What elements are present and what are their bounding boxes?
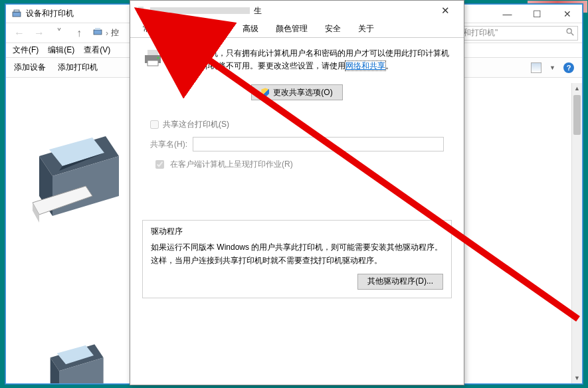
- search-icon: [565, 27, 575, 39]
- svg-rect-19: [138, 12, 144, 15]
- change-sharing-options-button[interactable]: 更改共享选项(O): [251, 84, 342, 100]
- share-name-input: [193, 137, 444, 151]
- breadcrumb[interactable]: › 控: [90, 27, 122, 39]
- info-row: 如果此打印机，只有拥有此计算机用户名和密码的用户才可以使用此打印计算机睡眠时打印…: [142, 47, 452, 72]
- info-printer-icon: [142, 47, 163, 68]
- redacted-title: [150, 7, 250, 14]
- tab-advanced[interactable]: 高级: [234, 20, 267, 38]
- tab-strip: 常规 共享 端口 高级 颜色管理 安全 关于: [130, 21, 464, 38]
- tab-security[interactable]: 安全: [316, 20, 349, 38]
- view-mode-button[interactable]: [531, 62, 541, 73]
- svg-point-4: [567, 29, 571, 33]
- search-input[interactable]: 备和打印机": [452, 26, 578, 41]
- tab-color-management[interactable]: 颜色管理: [267, 20, 316, 38]
- nav-forward-button[interactable]: →: [30, 25, 49, 41]
- nav-back-button[interactable]: ←: [10, 25, 29, 41]
- render-client-label: 在客户端计算机上呈现打印作业(R): [170, 159, 293, 170]
- menu-edit[interactable]: 编辑(E): [48, 45, 74, 56]
- svg-rect-0: [13, 12, 21, 17]
- tab-general[interactable]: 常规: [134, 20, 167, 38]
- drivers-group-title: 驱动程序: [151, 226, 443, 237]
- tab-ports[interactable]: 端口: [201, 20, 234, 38]
- view-dropdown-icon[interactable]: ▼: [549, 64, 555, 71]
- scroll-down-button[interactable]: ▼: [572, 373, 582, 383]
- dialog-body: 如果此打印机，只有拥有此计算机用户名和密码的用户才可以使用此打印计算机睡眠时打印…: [130, 38, 464, 305]
- scrollbar[interactable]: ▲ ▼: [571, 83, 582, 383]
- change-btn-label: 更改共享选项(O): [273, 87, 332, 98]
- svg-line-5: [571, 33, 574, 36]
- info-text-part: 此打印机，只有拥有此计算机用户名和密码的用户才可以使用此打印: [186, 48, 425, 58]
- share-printer-label: 共享这台打印机(S): [163, 119, 229, 130]
- svg-rect-2: [94, 30, 102, 35]
- printer-icon: [136, 5, 146, 16]
- breadcrumb-sep: ›: [106, 29, 108, 38]
- dialog-titlebar: 生 ✕: [130, 1, 464, 21]
- uac-shield-icon: [261, 88, 269, 97]
- close-button[interactable]: ✕: [552, 5, 582, 23]
- help-button[interactable]: ?: [563, 62, 574, 73]
- drivers-group: 驱动程序 如果运行不同版本 Windows 的用户共享此打印机，则可能需要安装其…: [142, 220, 452, 298]
- svg-rect-21: [147, 50, 158, 55]
- info-text-part: 如果: [170, 48, 186, 58]
- menu-file[interactable]: 文件(F): [13, 45, 39, 56]
- scroll-thumb[interactable]: [573, 95, 581, 135]
- network-sharing-link[interactable]: 网络和共享: [345, 61, 385, 70]
- minimize-button[interactable]: —: [492, 5, 522, 23]
- render-client-checkbox: [155, 160, 164, 169]
- nav-history-button[interactable]: ˅: [50, 25, 68, 41]
- tab-about[interactable]: 关于: [349, 20, 383, 38]
- printer-properties-dialog: 生 ✕ 常规 共享 端口 高级 颜色管理 安全 关于 如果此打印机，只有拥有此计…: [130, 0, 464, 385]
- breadcrumb-item[interactable]: 控: [111, 27, 119, 39]
- share-printer-checkbox: [150, 120, 159, 129]
- dialog-close-button[interactable]: ✕: [432, 1, 458, 20]
- drivers-group-text: 如果运行不同版本 Windows 的用户共享此打印机，则可能需要安装其他驱动程序…: [151, 241, 443, 266]
- svg-rect-3: [95, 28, 100, 30]
- scroll-up-button[interactable]: ▲: [572, 83, 582, 94]
- printer-device-item[interactable]: [19, 116, 126, 316]
- maximize-button[interactable]: ☐: [522, 5, 552, 23]
- add-printer-button[interactable]: 添加打印机: [58, 62, 98, 73]
- svg-rect-22: [147, 60, 158, 66]
- window-controls: — ☐ ✕: [492, 5, 582, 23]
- other-drivers-button[interactable]: 其他驱动程序(D)...: [357, 274, 443, 290]
- breadcrumb-icon: [92, 27, 103, 39]
- menu-view[interactable]: 查看(V): [84, 45, 110, 56]
- add-device-button[interactable]: 添加设备: [14, 62, 46, 73]
- share-name-label: 共享名(H):: [150, 139, 187, 150]
- svg-point-23: [157, 57, 159, 59]
- printer-device-item[interactable]: [19, 336, 126, 383]
- nav-up-button[interactable]: ↑: [70, 25, 88, 41]
- svg-rect-1: [14, 10, 19, 12]
- window-icon: [11, 9, 22, 19]
- share-fieldset: 共享这台打印机(S) 共享名(H): 在客户端计算机上呈现打印作业(R): [142, 112, 452, 180]
- info-text: 如果此打印机，只有拥有此计算机用户名和密码的用户才可以使用此打印计算机睡眠时打印…: [170, 47, 452, 72]
- svg-rect-18: [138, 7, 144, 9]
- tab-sharing[interactable]: 共享: [167, 20, 201, 38]
- dialog-title-suffix: 生: [254, 5, 432, 17]
